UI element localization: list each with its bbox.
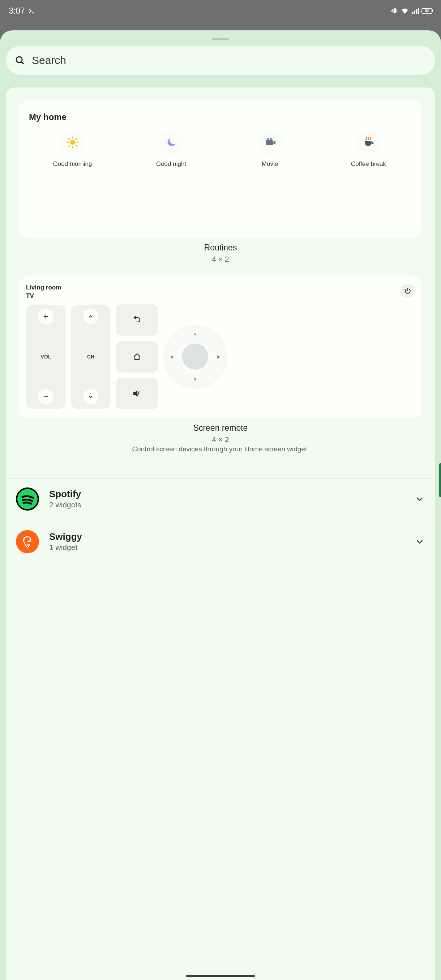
home-icon [133, 352, 141, 361]
svg-point-9 [16, 57, 22, 62]
vol-label: VOL [41, 354, 51, 360]
home-widget-preview[interactable]: My home Good morning Good night [19, 100, 255, 238]
back-button[interactable] [116, 304, 158, 336]
routine-movie[interactable]: Movie [245, 131, 255, 168]
spotify-icon [16, 487, 39, 511]
swiggy-icon [16, 530, 39, 553]
volume-rocker[interactable]: VOL [26, 305, 66, 409]
routines-row: Good morning Good night Movie [22, 131, 255, 168]
search-icon [14, 55, 25, 66]
channel-down-button[interactable] [83, 389, 98, 404]
app-row-swiggy[interactable]: Swiggy 1 widget [6, 521, 255, 562]
app-widget-count: 2 widgets [49, 501, 81, 509]
back-icon [133, 315, 141, 324]
remote-widget-meta: Screen remote 4 × 2 Control screen devic… [19, 423, 255, 453]
channel-up-button[interactable] [83, 309, 98, 324]
app-name: Spotify [49, 488, 81, 500]
ch-label: CH [87, 354, 94, 360]
home-button[interactable] [116, 341, 158, 372]
app-meta: Spotify 2 widgets [49, 488, 81, 509]
minus-icon [43, 393, 49, 400]
meta-desc: Control screen devices through your Home… [19, 445, 255, 453]
status-bar: 3:07 82 [0, 0, 255, 22]
chevron-up-icon [88, 313, 94, 320]
plus-icon [43, 313, 49, 320]
channel-rocker[interactable]: CH [71, 305, 111, 409]
dpad-left-icon[interactable]: ◀ [170, 354, 173, 359]
app-widget-count: 1 widget [49, 543, 82, 552]
svg-line-16 [76, 146, 76, 146]
meta-title: Routines [19, 243, 255, 253]
mute-icon [133, 389, 141, 398]
remote-head-text: Living room TV [26, 284, 61, 300]
routine-good-morning[interactable]: Good morning [47, 131, 98, 168]
svg-point-10 [70, 140, 75, 145]
prompt-icon [28, 7, 36, 15]
routine-label: Good night [156, 161, 186, 168]
remote-widget-preview[interactable]: Living room TV VOL CH [19, 277, 255, 418]
chevron-down-icon [88, 393, 94, 400]
remote-device: TV [26, 292, 61, 300]
dpad[interactable]: ▲ ▼ ◀ ▶ [163, 325, 227, 388]
search-bar[interactable]: Search [6, 46, 255, 75]
routine-label: Good morning [53, 161, 92, 168]
dpad-up-icon[interactable]: ▲ [193, 331, 197, 336]
dpad-down-icon[interactable]: ▼ [193, 377, 197, 382]
sun-icon [61, 131, 84, 154]
status-time: 3:07 [9, 6, 25, 16]
search-placeholder: Search [32, 54, 66, 67]
meta-size: 4 × 2 [19, 255, 255, 263]
moon-icon [160, 131, 183, 154]
meta-size: 4 × 2 [19, 435, 255, 444]
routine-good-night[interactable]: Good night [146, 131, 197, 168]
volume-down-button[interactable] [38, 389, 54, 404]
drag-handle[interactable] [212, 38, 229, 40]
svg-line-17 [68, 146, 69, 146]
home-widget-meta: Routines 4 × 2 [19, 243, 255, 263]
app-meta: Swiggy 1 widget [49, 531, 82, 552]
meta-title: Screen remote [19, 423, 255, 433]
mute-button[interactable] [116, 378, 158, 409]
home-widget-title: My home [22, 112, 255, 131]
svg-line-15 [68, 138, 69, 139]
widget-sheet: Search My home Good morning Good night [0, 30, 255, 566]
svg-line-18 [76, 138, 76, 139]
status-left: 3:07 [9, 6, 36, 16]
volume-up-button[interactable] [38, 309, 54, 324]
remote-room: Living room [26, 284, 61, 292]
app-row-spotify[interactable]: Spotify 2 widgets [6, 479, 255, 519]
dpad-right-icon[interactable]: ▶ [217, 354, 221, 359]
app-name: Swiggy [49, 531, 82, 542]
